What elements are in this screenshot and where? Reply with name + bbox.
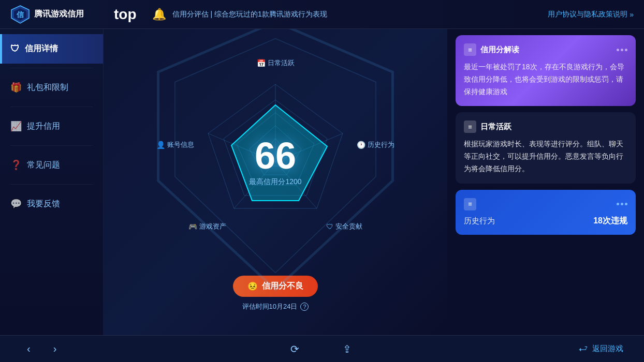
improve-icon: 📈 bbox=[10, 120, 22, 132]
header-title: top bbox=[114, 6, 137, 23]
dot4 bbox=[617, 203, 619, 205]
clock-icon: 🕐 bbox=[357, 141, 365, 149]
refresh-button[interactable]: ⟳ bbox=[284, 340, 305, 358]
header-link-text: 用户协议与隐私政策说明 bbox=[548, 10, 627, 19]
dot6 bbox=[625, 203, 627, 205]
sidebar-item-faq[interactable]: ❓ 常见问题 bbox=[0, 150, 103, 180]
ellipsis-dots-1 bbox=[617, 49, 627, 51]
header-link[interactable]: 用户协议与隐私政策说明 » bbox=[548, 10, 634, 19]
game-icon: 🎮 bbox=[188, 222, 197, 231]
center-panel: 📅 日常活跃 🕐 历史行为 🛡 安全贡献 🎮 游戏资产 👤 账号信 bbox=[104, 29, 447, 335]
bottom-nav: ‹ › ⟳ ⇪ ⮐ 返回游戏 bbox=[0, 335, 644, 362]
sidebar: 🛡 信用详情 🎁 礼包和限制 📈 提升信用 ❓ 常见问题 💬 我要反馈 bbox=[0, 29, 104, 335]
eval-time: 评估时间10月24日 ? bbox=[242, 302, 309, 311]
card-daily-body: 根据玩家游戏时长、表现等进行评分。组队、聊天等正向社交，可以提升信用分。恶意发言… bbox=[464, 138, 627, 175]
radar-container: 📅 日常活跃 🕐 历史行为 🛡 安全贡献 🎮 游戏资产 👤 账号信 bbox=[151, 53, 400, 270]
label-history: 🕐 历史行为 bbox=[357, 140, 394, 149]
label-security: 🛡 安全贡献 bbox=[326, 222, 362, 231]
share-button[interactable]: ⇪ bbox=[336, 340, 358, 358]
sidebar-divider-4 bbox=[10, 184, 93, 185]
sidebar-label-faq: 常见问题 bbox=[27, 160, 60, 171]
card-credit-body: 最近一年被处罚了18次，存在不良游戏行为，会导致信用分降低，也将会受到游戏的限制… bbox=[464, 61, 627, 98]
header-link-arrow: » bbox=[630, 10, 634, 19]
card-history-header: ≡ bbox=[464, 198, 627, 210]
sidebar-item-credit-detail[interactable]: 🛡 信用详情 bbox=[0, 34, 103, 64]
sidebar-divider-3 bbox=[10, 145, 93, 146]
eval-time-text: 评估时间10月24日 bbox=[242, 302, 298, 311]
bell-icon: 🔔 bbox=[152, 8, 166, 21]
dot3 bbox=[625, 49, 627, 51]
refresh-icon: ⟳ bbox=[290, 343, 299, 355]
card-history-row: 历史行为 18次违规 bbox=[464, 216, 627, 227]
label-account-text: 账号信息 bbox=[167, 140, 194, 149]
sidebar-label-feedback: 我要反馈 bbox=[27, 199, 60, 209]
return-game-button[interactable]: ⮐ 返回游戏 bbox=[579, 343, 623, 354]
card-credit-interpretation: ≡ 信用分解读 最近一年被处罚了18次，存在不良游戏行为，会导致信用分降低，也将… bbox=[456, 35, 636, 106]
gift-icon: 🎁 bbox=[10, 82, 22, 93]
card-credit-title: 信用分解读 bbox=[480, 45, 519, 55]
label-assets-text: 游戏资产 bbox=[199, 222, 226, 231]
sidebar-divider-2 bbox=[10, 107, 93, 107]
history-card-icon: ≡ bbox=[464, 198, 476, 210]
card-credit-header: ≡ 信用分解读 bbox=[464, 43, 627, 56]
card-daily-title: 日常活跃 bbox=[480, 122, 511, 132]
dot5 bbox=[621, 203, 623, 205]
sidebar-item-feedback[interactable]: 💬 我要反馈 bbox=[0, 189, 103, 219]
prev-icon: ‹ bbox=[27, 343, 31, 355]
share-icon: ⇪ bbox=[343, 343, 352, 355]
nav-center: ⟳ ⇪ bbox=[284, 340, 358, 358]
label-assets: 🎮 游戏资产 bbox=[188, 222, 226, 231]
card-daily-active: ≡ 日常活跃 根据玩家游戏时长、表现等进行评分。组队、聊天等正向社交，可以提升信… bbox=[456, 112, 636, 183]
user-icon: 👤 bbox=[156, 141, 165, 149]
label-daily-active: 📅 日常活跃 bbox=[257, 58, 295, 68]
sidebar-label-improve: 提升信用 bbox=[27, 121, 60, 132]
credit-card-icon: ≡ bbox=[464, 43, 476, 56]
main: 🛡 信用详情 🎁 礼包和限制 📈 提升信用 ❓ 常见问题 💬 我要反馈 bbox=[0, 29, 644, 335]
calendar-icon: 📅 bbox=[257, 59, 266, 67]
sidebar-label-credit-detail: 信用详情 bbox=[25, 43, 58, 54]
next-icon: › bbox=[53, 343, 57, 355]
history-value: 18次违规 bbox=[593, 216, 627, 227]
logo-icon: 信 bbox=[10, 5, 30, 24]
card-daily-header: ≡ 日常活跃 bbox=[464, 120, 627, 133]
sidebar-divider-1 bbox=[10, 68, 93, 68]
right-panel: ≡ 信用分解读 最近一年被处罚了18次，存在不良游戏行为，会导致信用分降低，也将… bbox=[447, 29, 644, 335]
label-account: 👤 账号信息 bbox=[156, 140, 194, 149]
logo-area: 信 腾讯游戏信用 bbox=[10, 5, 114, 24]
next-button[interactable]: › bbox=[47, 340, 63, 358]
return-label: 返回游戏 bbox=[592, 344, 623, 354]
ellipsis-dots-2 bbox=[617, 203, 627, 205]
svg-text:信: 信 bbox=[16, 10, 24, 19]
history-value-label: 历史行为 bbox=[464, 216, 495, 226]
dot2 bbox=[621, 49, 623, 51]
score-center: 66 最高信用分1200 bbox=[249, 137, 301, 187]
sidebar-label-gifts: 礼包和限制 bbox=[27, 82, 68, 93]
score-max-label: 最高信用分1200 bbox=[249, 177, 301, 187]
feedback-icon: 💬 bbox=[10, 198, 22, 209]
header-subtitle: 信用分评估 | 综合您玩过的1款腾讯游戏行为表现 bbox=[172, 10, 327, 19]
faq-icon: ❓ bbox=[10, 159, 22, 171]
help-icon[interactable]: ? bbox=[300, 303, 309, 311]
card-history: ≡ 历史行为 18次违规 bbox=[456, 190, 636, 235]
label-history-text: 历史行为 bbox=[368, 140, 394, 149]
header: 信 腾讯游戏信用 top 🔔 信用分评估 | 综合您玩过的1款腾讯游戏行为表现 … bbox=[0, 0, 644, 29]
daily-card-icon: ≡ bbox=[464, 120, 476, 133]
shield-icon: 🛡 bbox=[10, 43, 20, 54]
dot1 bbox=[617, 49, 619, 51]
score-number: 66 bbox=[249, 137, 301, 174]
return-icon: ⮐ bbox=[579, 343, 588, 354]
security-icon: 🛡 bbox=[326, 222, 333, 231]
prev-button[interactable]: ‹ bbox=[21, 340, 37, 358]
sidebar-item-gifts[interactable]: 🎁 礼包和限制 bbox=[0, 72, 103, 102]
label-daily-active-text: 日常活跃 bbox=[268, 58, 295, 68]
sidebar-item-improve[interactable]: 📈 提升信用 bbox=[0, 111, 103, 141]
label-security-text: 安全贡献 bbox=[335, 222, 362, 231]
logo-text: 腾讯游戏信用 bbox=[34, 9, 84, 20]
